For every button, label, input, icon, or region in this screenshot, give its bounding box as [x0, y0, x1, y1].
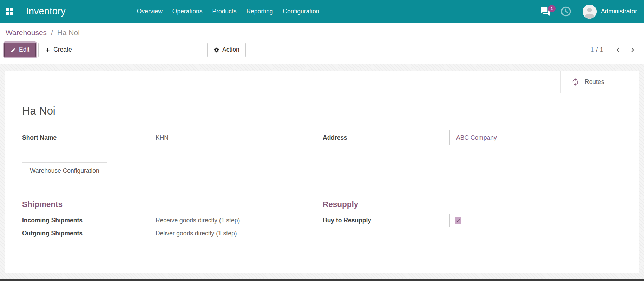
incoming-shipments-label: Incoming Shipments: [22, 214, 149, 227]
checkmark-icon: [455, 218, 461, 223]
resupply-section-title: Resupply: [323, 200, 622, 209]
address-label: Address: [323, 130, 449, 145]
chevron-right-icon: [629, 46, 637, 54]
menu-products[interactable]: Products: [207, 0, 241, 23]
menu-overview[interactable]: Overview: [132, 0, 167, 23]
chevron-left-icon: [614, 46, 622, 54]
user-menu[interactable]: Administrator: [578, 5, 638, 19]
pager-value: 1 / 1: [590, 46, 603, 54]
messages-button[interactable]: 1: [537, 4, 554, 19]
sheet-body: Ha Noi Short Name KHN Address ABC Compan…: [5, 93, 639, 273]
button-box: Routes: [5, 71, 639, 93]
breadcrumb-separator: /: [51, 28, 53, 37]
incoming-shipments-value: Receive goods directly (1 step): [149, 214, 321, 227]
shipments-section-title: Shipments: [22, 200, 321, 209]
field-outgoing-shipments: Outgoing Shipments Deliver goods directl…: [22, 227, 321, 240]
action-button[interactable]: Action: [207, 43, 246, 57]
form-view: Routes Ha Noi Short Name KHN Address ABC…: [0, 64, 644, 279]
notebook-tabs: Warehouse Configuration: [22, 162, 639, 179]
app-brand[interactable]: Inventory: [26, 6, 66, 17]
pager-previous-button[interactable]: [612, 44, 624, 55]
create-button[interactable]: Create: [38, 43, 78, 57]
plus-icon: [45, 47, 51, 53]
short-name-value: KHN: [149, 130, 321, 145]
apps-grid-icon: [6, 8, 13, 15]
tab-warehouse-configuration[interactable]: Warehouse Configuration: [22, 162, 107, 179]
field-short-name: Short Name KHN: [22, 130, 321, 145]
sync-icon: [571, 78, 579, 86]
pager: 1 / 1: [590, 44, 638, 55]
edit-button-label: Edit: [19, 47, 29, 53]
pager-next-button[interactable]: [627, 44, 638, 55]
buy-to-resupply-label: Buy to Resupply: [323, 214, 449, 227]
short-name-label: Short Name: [22, 130, 149, 145]
routes-button[interactable]: Routes: [560, 71, 639, 93]
navbar-right: 1 Administrator: [537, 0, 638, 23]
apps-menu-button[interactable]: [0, 0, 18, 23]
app-menu: Overview Operations Products Reporting C…: [132, 0, 324, 23]
bottom-edge: [0, 279, 644, 281]
field-buy-to-resupply: Buy to Resupply: [323, 214, 622, 227]
create-button-label: Create: [53, 47, 72, 53]
breadcrumb-current: Ha Noi: [57, 28, 80, 37]
navbar-left: Inventory Overview Operations Products R…: [0, 0, 324, 23]
pencil-icon: [11, 47, 16, 53]
outgoing-shipments-label: Outgoing Shipments: [22, 227, 149, 240]
address-company-link[interactable]: ABC Company: [456, 134, 497, 142]
messages-badge: 1: [548, 5, 556, 12]
field-incoming-shipments: Incoming Shipments Receive goods directl…: [22, 214, 321, 227]
form-sheet: Routes Ha Noi Short Name KHN Address ABC…: [5, 71, 639, 273]
gear-icon: [213, 47, 219, 53]
user-avatar: [583, 5, 597, 19]
clock-icon: [560, 6, 571, 17]
field-address: Address ABC Company: [323, 130, 622, 145]
edit-button[interactable]: Edit: [4, 43, 36, 57]
menu-configuration[interactable]: Configuration: [278, 0, 324, 23]
buy-to-resupply-checkbox[interactable]: [455, 217, 461, 224]
shipments-group: Shipments Incoming Shipments Receive goo…: [22, 200, 321, 240]
menu-reporting[interactable]: Reporting: [241, 0, 278, 23]
action-button-label: Action: [222, 47, 239, 53]
app-window: Inventory Overview Operations Products R…: [0, 0, 644, 281]
outgoing-shipments-value: Deliver goods directly (1 step): [149, 227, 321, 240]
field-grid: Short Name KHN Address ABC Company: [22, 130, 622, 145]
top-navbar: Inventory Overview Operations Products R…: [0, 0, 644, 23]
record-title: Ha Noi: [22, 105, 622, 117]
user-name: Administrator: [601, 8, 637, 15]
routes-button-label: Routes: [585, 78, 604, 86]
resupply-group: Resupply Buy to Resupply: [323, 200, 622, 240]
control-panel-buttons: Edit Create Action 1 / 1: [0, 40, 644, 64]
breadcrumb: Warehouses / Ha Noi: [0, 23, 644, 40]
menu-operations[interactable]: Operations: [167, 0, 208, 23]
activities-button[interactable]: [557, 4, 575, 19]
breadcrumb-warehouses-link[interactable]: Warehouses: [6, 28, 47, 37]
tab-content: Shipments Incoming Shipments Receive goo…: [22, 200, 622, 240]
control-panel: Warehouses / Ha Noi Edit Create: [0, 23, 644, 64]
